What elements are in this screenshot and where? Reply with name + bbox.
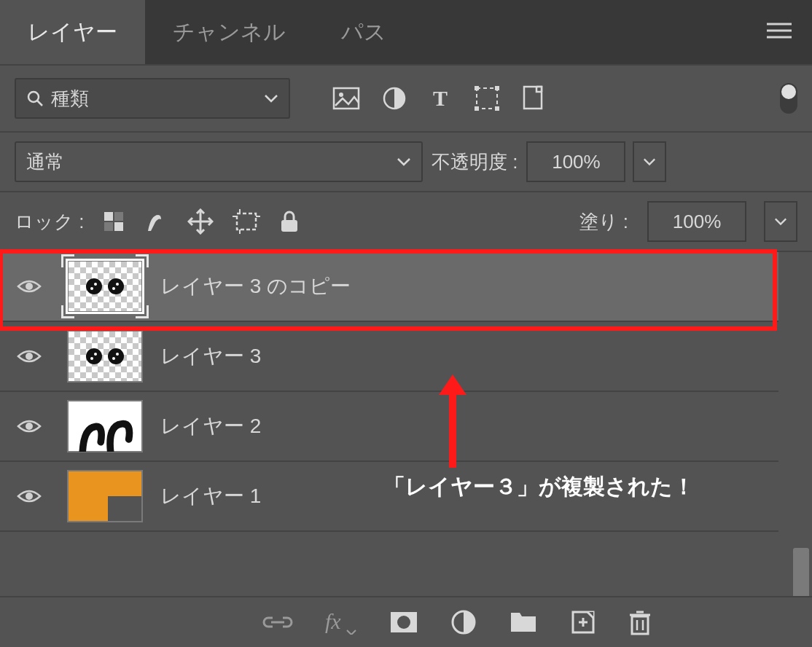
lock-label: ロック :: [15, 209, 84, 235]
lock-all-icon[interactable]: [279, 210, 300, 233]
svg-point-35: [397, 616, 410, 629]
layers-bottom-toolbar: fx: [0, 596, 812, 647]
layer-name[interactable]: レイヤー 3: [160, 342, 261, 370]
layer-name[interactable]: レイヤー 2: [160, 412, 261, 440]
svg-rect-14: [524, 87, 542, 109]
adjustment-layer-filter-icon[interactable]: [382, 86, 407, 111]
filter-kind-label: 種類: [51, 86, 89, 111]
chevron-down-icon: [397, 157, 411, 166]
tab-channels[interactable]: チャンネル: [145, 0, 313, 64]
delete-layer-icon[interactable]: [628, 609, 652, 635]
svg-rect-13: [495, 106, 499, 111]
filter-toggle[interactable]: [780, 83, 797, 114]
svg-rect-10: [475, 86, 479, 90]
eye-icon: [17, 488, 42, 504]
svg-point-27: [26, 283, 33, 290]
visibility-toggle[interactable]: [9, 488, 50, 504]
layer-thumbnail[interactable]: [67, 400, 143, 452]
opacity-label[interactable]: 不透明度 :: [432, 149, 518, 175]
shape-layer-filter-icon[interactable]: [474, 85, 500, 111]
svg-rect-41: [632, 616, 648, 634]
svg-rect-12: [475, 106, 479, 111]
filter-kind-select[interactable]: 種類: [15, 78, 290, 119]
fill-input[interactable]: 100%: [647, 201, 746, 242]
new-adjustment-layer-icon[interactable]: [450, 609, 477, 635]
svg-point-6: [339, 93, 343, 97]
svg-marker-32: [439, 375, 466, 395]
chevron-down-icon: [264, 94, 278, 103]
annotation-arrow: [434, 375, 471, 469]
link-layers-icon[interactable]: [262, 613, 293, 631]
svg-rect-9: [477, 88, 497, 109]
svg-point-3: [28, 92, 39, 102]
layer-row[interactable]: レイヤー 2: [0, 392, 778, 462]
svg-text:fx: fx: [325, 610, 341, 633]
search-icon: [26, 90, 44, 107]
panel-tabs: レイヤー チャンネル パス: [0, 0, 812, 64]
svg-point-30: [26, 493, 33, 500]
eye-icon: [17, 348, 42, 364]
lock-row: ロック : 塗り : 100%: [0, 191, 812, 251]
tab-paths[interactable]: パス: [313, 0, 414, 64]
tab-layers[interactable]: レイヤー: [0, 0, 145, 64]
blend-mode-select[interactable]: 通常: [15, 141, 423, 182]
new-group-icon[interactable]: [509, 611, 538, 634]
lock-artboard-icon[interactable]: [233, 209, 260, 234]
svg-rect-26: [281, 220, 297, 232]
opacity-slider-button[interactable]: [633, 141, 666, 182]
layer-name[interactable]: レイヤー 3 のコピー: [160, 272, 351, 300]
eye-icon: [17, 278, 42, 294]
layer-thumbnail[interactable]: [67, 260, 143, 313]
filter-type-icons: T: [332, 85, 547, 111]
svg-rect-18: [114, 222, 123, 231]
svg-point-28: [26, 353, 33, 360]
layer-name[interactable]: レイヤー 1: [160, 482, 261, 510]
fill-slider-button[interactable]: [764, 201, 797, 242]
svg-rect-17: [104, 222, 113, 231]
layer-row[interactable]: レイヤー 3 のコピー: [0, 252, 778, 322]
filter-row: 種類 T: [0, 64, 812, 131]
svg-rect-21: [237, 213, 256, 230]
annotation-text: 「レイヤー３」が複製された！: [383, 472, 695, 502]
visibility-toggle[interactable]: [9, 418, 50, 434]
visibility-toggle[interactable]: [9, 278, 50, 294]
layer-row[interactable]: レイヤー 3: [0, 322, 778, 392]
svg-rect-11: [495, 86, 499, 90]
visibility-toggle[interactable]: [9, 348, 50, 364]
lock-transparency-icon[interactable]: [103, 211, 125, 232]
smartobject-filter-icon[interactable]: [522, 85, 547, 111]
svg-text:T: T: [433, 87, 448, 110]
layer-effects-icon[interactable]: fx: [325, 610, 357, 635]
layer-thumbnail[interactable]: [67, 470, 143, 522]
blend-mode-value: 通常: [26, 149, 64, 175]
type-layer-filter-icon[interactable]: T: [429, 87, 452, 110]
svg-point-29: [26, 423, 33, 430]
fill-label[interactable]: 塗り :: [579, 209, 628, 235]
svg-rect-15: [104, 212, 113, 221]
panel-menu-icon[interactable]: [767, 21, 792, 44]
svg-rect-16: [114, 212, 123, 221]
lock-image-icon[interactable]: [144, 209, 168, 234]
add-mask-icon[interactable]: [389, 611, 418, 634]
lock-position-icon[interactable]: [187, 208, 214, 235]
new-layer-icon[interactable]: [570, 609, 596, 635]
pixel-layer-filter-icon[interactable]: [332, 87, 360, 110]
layer-thumbnail[interactable]: [67, 330, 143, 383]
blend-row: 通常 不透明度 : 100%: [0, 131, 812, 191]
opacity-input[interactable]: 100%: [526, 141, 625, 182]
svg-line-4: [37, 101, 42, 106]
eye-icon: [17, 418, 42, 434]
